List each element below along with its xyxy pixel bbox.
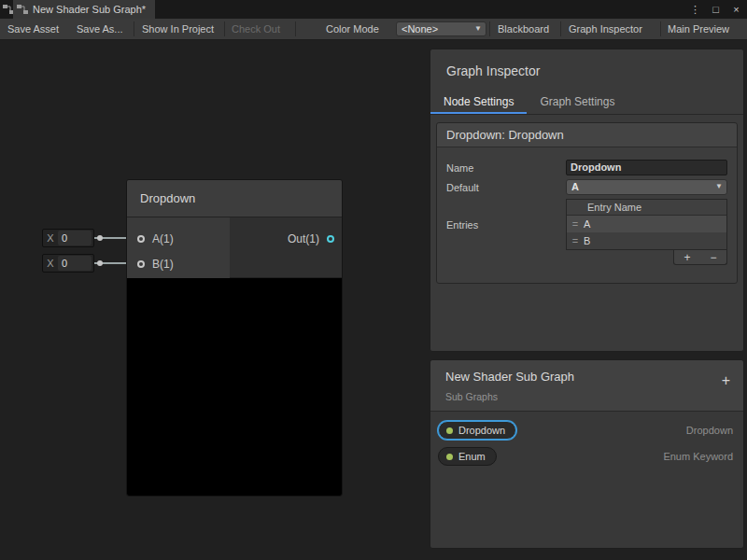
axis-label: X [43, 258, 58, 269]
inspector-tabs: Node Settings Graph Settings [430, 91, 743, 115]
edge-port-dot [97, 260, 103, 266]
panel-title: Graph Inspector [430, 49, 743, 91]
document-tab[interactable]: New Shader Sub Graph* [13, 0, 155, 19]
entries-label: Entries [446, 219, 566, 231]
blackboard-item-type: Enum Keyword [663, 451, 733, 462]
toolbar-separator [660, 21, 661, 36]
output-port[interactable] [327, 235, 334, 243]
add-property-button[interactable]: + [722, 373, 730, 388]
name-input[interactable]: Dropdown [566, 160, 727, 175]
toolbar-separator [134, 21, 134, 36]
name-label: Name [446, 162, 566, 174]
input-port-row-b: B(1) [137, 258, 174, 271]
save-asset-button[interactable]: Save Asset [2, 19, 64, 39]
default-value: A [571, 181, 579, 192]
chevron-down-icon: ▼ [474, 22, 482, 35]
node-ports-area: A(1) B(1) Out(1) [127, 217, 342, 278]
blackboard-item-label: Enum [458, 451, 486, 462]
blackboard-item-label: Dropdown [458, 425, 505, 436]
toolbar: Save Asset Save As... Show In Project Ch… [0, 19, 747, 40]
shader-graph-window: New Shader Sub Graph* ⋮ □ × Save Asset S… [0, 0, 747, 560]
input-port-row-a: A(1) [137, 232, 174, 245]
port-label-out: Out(1) [288, 232, 319, 245]
color-mode-value: <None> [402, 23, 438, 35]
close-icon[interactable]: × [730, 4, 742, 15]
dropdown-node[interactable]: Dropdown A(1) B(1) Out(1) [126, 179, 343, 497]
entries-list-footer: + − [446, 250, 727, 265]
entry-row-b[interactable]: = B [567, 232, 726, 249]
maximize-icon[interactable]: □ [710, 4, 722, 15]
show-in-project-button[interactable]: Show In Project [136, 19, 219, 39]
tab-graph-settings[interactable]: Graph Settings [527, 91, 627, 114]
blackboard-header: New Shader Sub Graph Sub Graphs + [430, 360, 743, 412]
name-property-row: Name Dropdown [446, 160, 727, 175]
input-port-b[interactable] [137, 260, 145, 268]
toolbar-separator [224, 21, 225, 36]
toolbar-separator [295, 21, 296, 36]
input-port-a[interactable] [137, 235, 145, 243]
blackboard-row-enum: Enum Enum Keyword [430, 443, 743, 469]
color-mode-dropdown[interactable]: <None> ▼ [396, 21, 486, 36]
input-value-widget-a[interactable]: X 0 [42, 229, 94, 247]
check-out-button[interactable]: Check Out [226, 19, 286, 39]
chevron-down-icon: ▼ [715, 180, 723, 193]
color-mode-label: Color Mode [320, 19, 385, 39]
port-label-b: B(1) [152, 258, 174, 271]
drag-handle-icon[interactable]: = [567, 216, 584, 232]
entry-name: A [584, 216, 590, 232]
value-field[interactable]: 0 [58, 256, 92, 271]
blackboard-row-dropdown: Dropdown Dropdown [430, 417, 743, 443]
axis-label: X [43, 232, 58, 244]
main-preview-toggle-button[interactable]: Main Preview [662, 19, 735, 39]
input-value-widget-b[interactable]: X 0 [42, 254, 94, 273]
graph-inspector-panel: Graph Inspector Node Settings Graph Sett… [430, 49, 744, 352]
add-entry-button[interactable]: + [684, 251, 690, 264]
group-body: Name Dropdown Default A ▼ Entries Entry [437, 147, 737, 265]
node-settings-group: Dropdown: Dropdown Name Dropdown Default… [436, 122, 738, 284]
entries-property-row: Entries Entry Name = A = B [446, 199, 727, 250]
entries-list: Entry Name = A = B [566, 199, 727, 250]
blackboard-toggle-button[interactable]: Blackboard [492, 19, 555, 39]
port-label-a: A(1) [152, 232, 174, 245]
toolbar-separator [489, 21, 490, 36]
blackboard-item-type: Dropdown [686, 425, 733, 436]
drag-handle-icon[interactable]: = [567, 232, 584, 249]
blackboard-item-dropdown[interactable]: Dropdown [438, 421, 516, 440]
node-title[interactable]: Dropdown [127, 180, 342, 217]
titlebar: New Shader Sub Graph* ⋮ □ × [0, 0, 747, 19]
property-type-dot-icon [446, 454, 453, 460]
entries-footer-buttons: + − [673, 250, 727, 265]
entries-column-header: Entry Name [567, 200, 726, 216]
shader-graph-icon [17, 4, 28, 15]
default-property-row: Default A ▼ [446, 179, 727, 195]
tab-title: New Shader Sub Graph* [33, 4, 146, 15]
blackboard-subtitle: Sub Graphs [445, 391, 728, 402]
blackboard-title: New Shader Sub Graph [445, 370, 728, 384]
default-dropdown[interactable]: A ▼ [566, 179, 727, 195]
toolbar-separator [560, 21, 561, 36]
node-preview [127, 278, 342, 496]
graph-inspector-toggle-button[interactable]: Graph Inspector [563, 19, 648, 39]
property-type-dot-icon [446, 427, 453, 434]
blackboard-item-enum[interactable]: Enum [438, 447, 497, 466]
output-port-row: Out(1) [288, 232, 334, 245]
group-header: Dropdown: Dropdown [437, 123, 737, 147]
graph-canvas[interactable]: X 0 X 0 Dropdown A(1) B(1) Out(1) [0, 40, 747, 560]
blackboard-items: Dropdown Dropdown Enum Enum Keyword [430, 412, 743, 469]
save-as-button[interactable]: Save As... [71, 19, 129, 39]
edge-port-dot [97, 235, 103, 241]
entry-row-a[interactable]: = A [567, 216, 726, 232]
window-controls: ⋮ □ × [689, 0, 742, 19]
blackboard-panel: New Shader Sub Graph Sub Graphs + Dropdo… [430, 359, 744, 549]
value-field[interactable]: 0 [58, 231, 92, 245]
kebab-menu-icon[interactable]: ⋮ [689, 4, 701, 16]
default-label: Default [446, 182, 566, 193]
entry-name: B [584, 232, 590, 249]
remove-entry-button[interactable]: − [710, 251, 716, 264]
tab-node-settings[interactable]: Node Settings [430, 91, 527, 114]
